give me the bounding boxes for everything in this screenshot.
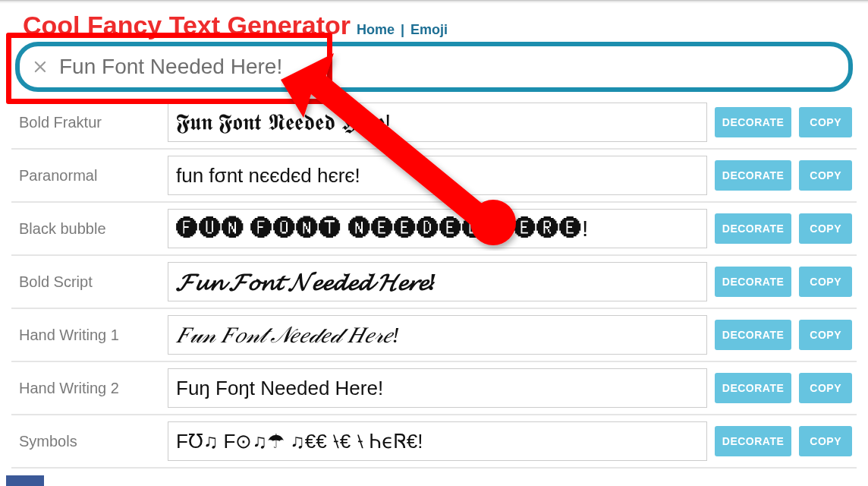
font-name: Paranormal [16,167,160,185]
text-input[interactable] [58,54,838,80]
page-title: Cool Fancy Text Generator [23,11,351,40]
copy-button[interactable]: COPY [799,267,852,297]
font-row: Bold Script 𝓕𝓾𝓷 𝓕𝓸𝓷𝓽 𝓝𝓮𝓮𝓭𝓮𝓭 𝓗𝓮𝓻𝓮! DECORA… [11,256,857,309]
decorate-button[interactable]: DECORATE [715,213,792,244]
font-name: Hand Writing 2 [16,380,160,397]
copy-button[interactable]: COPY [799,426,852,456]
font-output[interactable]: fun fσnt nєєdєd hєrє! [168,156,707,195]
copy-button[interactable]: COPY [799,213,852,244]
decorate-button[interactable]: DECORATE [715,320,792,350]
copy-button[interactable]: COPY [799,107,852,137]
footer-stub [6,475,44,486]
font-output[interactable]: 𝐹𝓊𝓃 𝐹𝑜𝓃𝓉 𝒩𝑒𝑒𝒹𝑒𝒹 𝐻𝑒𝓇𝑒! [168,315,707,355]
nav-home[interactable]: Home [357,22,395,38]
font-row: Paranormal fun fσnt nєєdєd hєrє! DECORAT… [11,150,857,203]
font-row: Hand Writing 2 Fuŋ Foŋt Needed Here! DEC… [11,362,857,415]
font-list: Bold Fraktur 𝕱𝖚𝖓 𝕱𝖔𝖓𝖙 𝕹𝖊𝖊𝖉𝖊𝖉 𝕳𝖊𝖗𝖊! DECOR… [0,96,868,469]
nav-separator: | [401,22,404,38]
font-row: Symbols F℧♫ F⊙♫☂ ♫€€ ⧷€ ⧷ ᏂϵᏒ€! DECORATE… [11,415,857,469]
font-row: Hand Writing 1 𝐹𝓊𝓃 𝐹𝑜𝓃𝓉 𝒩𝑒𝑒𝒹𝑒𝒹 𝐻𝑒𝓇𝑒! DEC… [11,309,857,362]
font-name: Symbols [16,433,160,450]
decorate-button[interactable]: DECORATE [715,267,792,297]
font-output[interactable]: 𝓕𝓾𝓷 𝓕𝓸𝓷𝓽 𝓝𝓮𝓮𝓭𝓮𝓭 𝓗𝓮𝓻𝓮! [168,262,707,301]
font-name: Bold Script [16,273,160,291]
font-output[interactable]: 🅕🅤🅝 🅕🅞🅝🅣 🅝🅔🅔🅓🅔🅓 🅗🅔🅡🅔! [168,209,707,248]
font-output[interactable]: Fuŋ Foŋt Needed Here! [168,368,707,408]
font-row: Black bubble 🅕🅤🅝 🅕🅞🅝🅣 🅝🅔🅔🅓🅔🅓 🅗🅔🅡🅔! DECOR… [11,203,857,256]
font-output[interactable]: 𝕱𝖚𝖓 𝕱𝖔𝖓𝖙 𝕹𝖊𝖊𝖉𝖊𝖉 𝕳𝖊𝖗𝖊! [168,103,707,142]
header: Cool Fancy Text Generator Home | Emoji [0,11,868,42]
font-output[interactable]: F℧♫ F⊙♫☂ ♫€€ ⧷€ ⧷ ᏂϵᏒ€! [168,421,707,461]
font-name: Black bubble [16,220,160,238]
decorate-button[interactable]: DECORATE [715,107,792,137]
font-row: Bold Fraktur 𝕱𝖚𝖓 𝕱𝖔𝖓𝖙 𝕹𝖊𝖊𝖉𝖊𝖉 𝕳𝖊𝖗𝖊! DECOR… [11,96,857,150]
clear-input-icon[interactable] [30,57,50,77]
nav-emoji[interactable]: Emoji [410,22,448,38]
font-name: Hand Writing 1 [16,327,160,344]
input-container [15,42,853,92]
decorate-button[interactable]: DECORATE [715,373,792,403]
copy-button[interactable]: COPY [799,373,852,403]
copy-button[interactable]: COPY [799,160,852,191]
copy-button[interactable]: COPY [799,320,852,350]
decorate-button[interactable]: DECORATE [715,426,792,456]
font-name: Bold Fraktur [16,114,160,131]
decorate-button[interactable]: DECORATE [715,160,792,191]
